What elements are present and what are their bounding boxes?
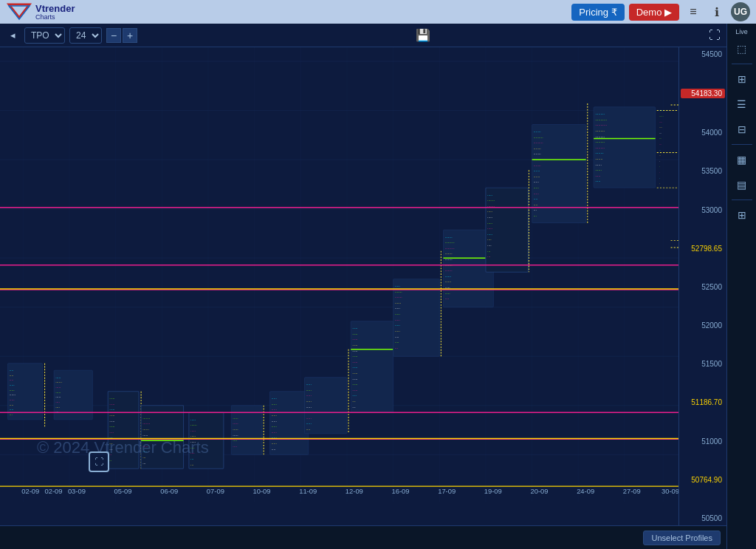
svg-text:·····: ····· xyxy=(306,405,312,409)
screenshot-button[interactable]: ⛶ xyxy=(709,29,721,42)
pricing-button[interactable]: Pricing ₹ xyxy=(571,4,624,21)
svg-text:·········: ········· xyxy=(445,240,455,245)
sidebar-icon-6[interactable]: ▤ xyxy=(730,173,754,197)
svg-text:·····: ····· xyxy=(352,338,357,342)
svg-text:·····: ····· xyxy=(272,424,277,429)
svg-text:02-09: 02-09 xyxy=(45,488,63,495)
svg-text:·····: ····· xyxy=(10,398,15,402)
svg-text:·····: ····· xyxy=(233,422,238,426)
logo-text-block: Vtrender Charts xyxy=(35,4,75,21)
svg-text:·····: ····· xyxy=(10,383,15,387)
svg-text:·: · xyxy=(659,171,660,174)
svg-text:03-09: 03-09 xyxy=(68,488,86,495)
svg-text:·····: ····· xyxy=(272,402,277,406)
svg-text:·····: ····· xyxy=(352,332,357,336)
zoom-in-button[interactable]: + xyxy=(123,28,137,43)
canvas-wrap: ···· ···· ···· ····· ····· ······ ····· … xyxy=(0,47,678,502)
menu-icon-button[interactable]: ≡ xyxy=(684,2,703,21)
sidebar-icon-4[interactable]: ⊟ xyxy=(730,117,754,141)
svg-text:···: ··· xyxy=(659,137,662,141)
zoom-out-button[interactable]: − xyxy=(106,28,121,43)
fullscreen-button[interactable]: ⛶ xyxy=(89,451,109,472)
svg-text:····: ···· xyxy=(659,126,663,129)
svg-text:·····: ····· xyxy=(272,430,277,434)
svg-text:16-09: 16-09 xyxy=(392,488,410,495)
sidebar-icon-1[interactable]: ⬚ xyxy=(730,37,754,61)
demo-button[interactable]: Demo ▶ xyxy=(629,4,679,21)
svg-text:06-09: 06-09 xyxy=(160,488,178,495)
svg-text:····: ···· xyxy=(395,340,399,344)
svg-text:·······: ······· xyxy=(395,290,402,294)
svg-text:···: ··· xyxy=(487,249,490,253)
header: Vtrender Charts Pricing ₹ Demo ▶ ≡ ℹ UG xyxy=(0,0,756,24)
symbol-select[interactable]: TPO xyxy=(24,27,65,44)
svg-text:····: ···· xyxy=(659,120,663,124)
svg-text:·····: ····· xyxy=(306,394,312,398)
svg-text:·····: ····· xyxy=(487,215,492,219)
unselect-profiles-button[interactable]: Unselect Profiles xyxy=(643,531,721,545)
sidebar-icon-2[interactable]: ⊞ xyxy=(730,67,754,91)
svg-text:07-09: 07-09 xyxy=(207,488,224,495)
svg-text:····: ···· xyxy=(10,373,14,378)
timeframe-select[interactable]: 24 xyxy=(69,27,102,44)
svg-text:···: ··· xyxy=(142,455,145,460)
header-right: Pricing ₹ Demo ▶ ≡ ℹ UG xyxy=(571,2,750,21)
svg-text:····: ···· xyxy=(534,202,538,207)
sidebar-icon-5[interactable]: ▦ xyxy=(730,148,754,171)
svg-text:·····: ····· xyxy=(487,221,492,225)
svg-text:·: · xyxy=(659,182,660,185)
svg-text:···: ··· xyxy=(395,346,398,350)
svg-text:····: ···· xyxy=(487,243,492,248)
svg-text:·······: ······· xyxy=(534,129,541,134)
price-53500: 53500 xyxy=(681,167,725,175)
svg-text:·····: ····· xyxy=(487,226,492,231)
svg-text:····: ···· xyxy=(190,451,195,456)
price-51500: 51500 xyxy=(681,360,725,368)
svg-text:····: ···· xyxy=(306,427,311,432)
svg-text:···: ··· xyxy=(659,132,662,135)
svg-text:·: · xyxy=(659,160,660,163)
svg-text:·····: ····· xyxy=(534,191,539,196)
avatar-button[interactable]: UG xyxy=(731,2,750,21)
svg-text:···: ··· xyxy=(534,208,537,213)
info-icon-button[interactable]: ℹ xyxy=(707,2,726,21)
svg-text:17-09: 17-09 xyxy=(438,488,456,495)
svg-text:02-09: 02-09 xyxy=(21,488,39,495)
logo-name: Vtrender xyxy=(35,4,75,13)
svg-text:·······: ······· xyxy=(445,268,453,273)
svg-text:10-09: 10-09 xyxy=(253,488,271,495)
svg-text:·······: ······· xyxy=(142,422,150,426)
svg-text:······: ······ xyxy=(595,168,602,172)
svg-text:·····: ····· xyxy=(659,109,664,113)
save-button[interactable]: 💾 xyxy=(416,28,430,42)
price-50500: 50500 xyxy=(681,514,725,522)
svg-text:·····: ····· xyxy=(142,433,148,437)
svg-text:······: ······ xyxy=(55,381,62,385)
svg-text:·····: ····· xyxy=(487,210,492,214)
svg-text:·······: ······· xyxy=(395,296,402,300)
svg-text:····: ···· xyxy=(487,238,492,242)
collapse-button[interactable]: ◂ xyxy=(6,28,20,42)
svg-text:····: ···· xyxy=(55,400,60,404)
chart-area: ···· ···· ···· ····· ····· ······ ····· … xyxy=(0,47,726,525)
svg-text:·····: ····· xyxy=(352,366,357,370)
svg-text:·········: ········· xyxy=(534,135,543,140)
svg-text:·····: ····· xyxy=(190,417,196,422)
svg-text:······: ······ xyxy=(190,423,197,428)
zoom-controls: − + xyxy=(106,28,137,43)
svg-text:····: ···· xyxy=(10,368,14,372)
sidebar-icon-3[interactable]: ☰ xyxy=(730,92,754,116)
svg-text:···········: ··········· xyxy=(595,123,607,128)
svg-text:·····: ····· xyxy=(534,185,539,190)
svg-text:·····: ····· xyxy=(109,424,114,429)
svg-text:·····: ····· xyxy=(395,324,400,328)
svg-text:·····: ····· xyxy=(233,427,238,432)
svg-text:11-09: 11-09 xyxy=(299,488,317,495)
svg-text:····: ···· xyxy=(55,405,60,409)
svg-text:·····: ····· xyxy=(395,329,400,333)
sidebar-icon-7[interactable]: ⊞ xyxy=(730,203,754,227)
svg-text:·····: ····· xyxy=(109,402,114,406)
svg-text:···: ··· xyxy=(10,412,13,417)
svg-text:12-09: 12-09 xyxy=(346,488,363,495)
svg-text:·········: ········· xyxy=(445,246,455,250)
